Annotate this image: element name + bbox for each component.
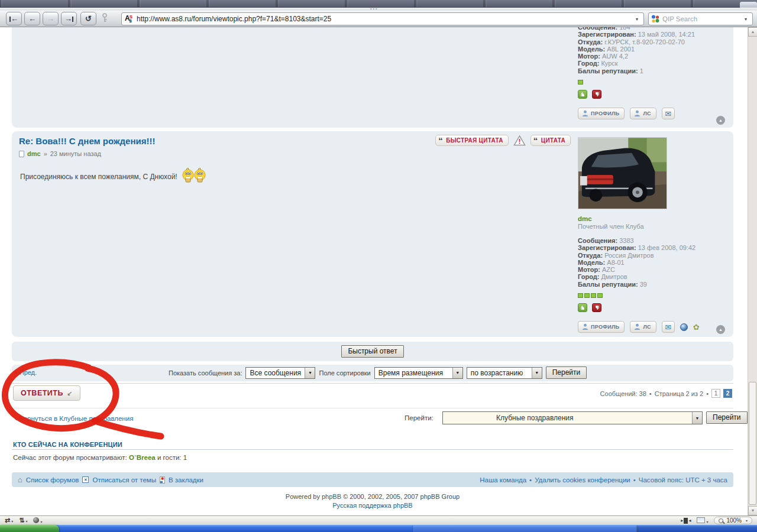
back-icon: ← xyxy=(11,14,18,23)
username[interactable]: dmc xyxy=(578,215,729,223)
taskbar-window-button[interactable] xyxy=(412,525,637,532)
profile-actions: ПРОФИЛЬ ЛС ✉ ✿ xyxy=(578,321,729,333)
post2-profile: dmc Почетный член Клуба Сообщения: 3383 … xyxy=(578,137,729,333)
scroll-down-button[interactable]: ▼ xyxy=(748,506,757,515)
search-placeholder[interactable]: QIP Search xyxy=(662,15,697,22)
key-icon[interactable] xyxy=(101,13,109,25)
active-tab[interactable] xyxy=(740,2,757,8)
bookmark-icon: ✱ xyxy=(160,476,165,484)
forward-button[interactable]: → xyxy=(43,12,59,25)
quote-icon: “ xyxy=(438,136,443,145)
whois-suffix: и гости: 1 xyxy=(157,454,187,461)
field-label: Баллы репутации: xyxy=(578,67,638,74)
quote-button[interactable]: “ЦИТАТА xyxy=(530,135,571,146)
url-text[interactable]: http://www.as8.ru/forum/viewtopic.php?f=… xyxy=(137,15,331,23)
prev-page-link[interactable]: ‹ Пред. xyxy=(15,369,37,376)
first-page-button[interactable]: ← xyxy=(6,12,22,25)
display-label: Показать сообщения за: xyxy=(169,369,242,377)
fast-forward-button[interactable]: ⇅▾ xyxy=(19,517,27,524)
sort-direction-select[interactable]: по возрастанию▼ xyxy=(467,367,542,379)
powered-by: Powered by phpBB © 2000, 2002, 2005, 200… xyxy=(12,493,733,500)
powered-prefix: Powered by xyxy=(286,493,320,500)
globe-icon xyxy=(33,517,39,523)
profile-button[interactable]: ПРОФИЛЬ xyxy=(578,321,625,333)
address-dropdown-button[interactable]: ▼ xyxy=(632,14,642,24)
report-warning-button[interactable]: ! xyxy=(513,135,526,146)
caret-icon[interactable]: ▾ xyxy=(746,518,748,523)
top-of-page-button[interactable]: ▲ xyxy=(716,325,725,334)
scroll-up-button[interactable]: ▲ xyxy=(748,27,757,37)
arrows-icon: ⇅ xyxy=(19,517,24,524)
zoom-control[interactable]: 100% ▾ xyxy=(714,517,752,524)
refresh-button[interactable]: ↺ xyxy=(80,12,96,25)
bar-icon xyxy=(72,17,73,22)
forum-jump-select[interactable]: Клубные поздравления ▼ xyxy=(442,411,703,424)
status-left-icons: ⇄▾ ⇅▾ ▾ xyxy=(5,517,42,524)
vertical-scrollbar[interactable]: ▲ ▼ xyxy=(748,27,757,515)
search-box[interactable]: QIP Search ▼ xyxy=(648,12,753,25)
thumb-up-button[interactable] xyxy=(578,303,587,312)
email-button[interactable]: ✉ xyxy=(662,321,675,333)
email-button[interactable]: ✉ xyxy=(662,108,675,119)
quick-reply-button[interactable]: Быстрый ответ xyxy=(341,345,403,358)
bookmark-link[interactable]: В закладки xyxy=(169,476,203,484)
sort-field-select[interactable]: Время размещения▼ xyxy=(374,367,463,379)
russian-support-link[interactable]: Русская поддержка phpBB xyxy=(332,502,412,509)
website-globe-button[interactable] xyxy=(680,323,688,331)
quote-label: ЦИТАТА xyxy=(541,137,565,144)
return-to-forum-link[interactable]: ‹ Вернуться в Клубные поздравления xyxy=(15,415,133,422)
last-page-button[interactable]: → xyxy=(61,12,77,25)
jump-go-button[interactable]: Перейти xyxy=(706,411,748,424)
sort-go-button[interactable]: Перейти xyxy=(546,366,587,379)
post-meta: dmc » 23 минуты назад xyxy=(19,150,101,157)
profile-button[interactable]: ПРОФИЛЬ xyxy=(578,108,625,119)
top-of-page-button[interactable]: ▲ xyxy=(716,116,725,125)
fit-to-width-button[interactable]: ▸◂ xyxy=(681,518,691,524)
scrollbar-thumb[interactable] xyxy=(749,382,756,505)
address-bar[interactable]: A S 8 http://www.as8.ru/forum/viewtopic.… xyxy=(121,12,644,25)
unsubscribe-link[interactable]: Отписаться от темы xyxy=(92,476,156,484)
system-tray[interactable] xyxy=(638,525,757,532)
quote-icon: “ xyxy=(533,136,538,145)
pagination: Сообщений: 38 • Страница 2 из 2 • 1 2 xyxy=(600,389,732,398)
delete-cookies-link[interactable]: Удалить cookies конференции xyxy=(535,476,630,484)
field-label: Сообщения: xyxy=(578,237,617,244)
thumb-down-button[interactable] xyxy=(592,90,601,99)
post-reply-button[interactable]: ОТВЕТИТЬ ↙ xyxy=(13,385,80,401)
phpbb-link[interactable]: phpBB xyxy=(322,493,341,500)
dropdown-arrow-icon[interactable]: ▼ xyxy=(305,368,315,378)
pm-button[interactable]: ЛС xyxy=(630,321,656,333)
thumb-down-button[interactable] xyxy=(592,303,601,312)
browser-tab-bar[interactable] xyxy=(0,0,757,8)
dropdown-arrow-icon[interactable]: ▼ xyxy=(532,368,542,378)
sort-label: Поле сортировки xyxy=(319,369,370,377)
timezone-text: Часовой пояс: UTC + 3 часа xyxy=(639,476,727,484)
quick-quote-button[interactable]: “БЫСТРАЯ ЦИТАТА xyxy=(435,135,509,146)
search-dropdown-button[interactable]: ▼ xyxy=(740,14,751,24)
viewer-link[interactable]: O`Breea xyxy=(129,454,156,461)
forum-list-link[interactable]: Список форумов xyxy=(26,476,79,484)
team-link[interactable]: Наша команда xyxy=(480,476,526,484)
post-block-1: Сообщения: 184 Зарегистрирован: 13 май 2… xyxy=(12,27,733,128)
start-button[interactable] xyxy=(0,525,59,532)
dropdown-arrow-icon[interactable]: ▼ xyxy=(452,368,462,378)
page-2-button[interactable]: 2 xyxy=(723,389,732,398)
back-button[interactable]: ← xyxy=(24,12,40,25)
powered-suffix: © 2000, 2002, 2005, 2007 phpBB Group xyxy=(343,493,460,500)
page-1-button[interactable]: 1 xyxy=(711,389,720,398)
field-value: Курск xyxy=(601,60,617,67)
pm-button[interactable]: ЛС xyxy=(630,108,656,119)
footer-right-links: Наша команда • Удалить cookies конференц… xyxy=(480,476,727,484)
magnifier-icon xyxy=(719,518,723,523)
display-posts-select[interactable]: Все сообщения▼ xyxy=(245,367,315,379)
image-toggle-button[interactable]: ▾ xyxy=(697,517,708,524)
post-title[interactable]: Re: Вова!!! С днем рождения!!! xyxy=(19,136,156,146)
post-author-link[interactable]: dmc xyxy=(27,150,41,157)
thumb-up-button[interactable] xyxy=(578,90,587,99)
dropdown-arrow-icon[interactable]: ▼ xyxy=(692,412,702,424)
network-button[interactable]: ▾ xyxy=(33,517,42,524)
navigation-arrows-button[interactable]: ⇄▾ xyxy=(5,517,13,524)
icq-flower-button[interactable]: ✿ xyxy=(693,323,700,331)
windows-taskbar[interactable] xyxy=(0,525,757,532)
display-options: Показать сообщения за: Все сообщения▼ По… xyxy=(169,366,587,379)
